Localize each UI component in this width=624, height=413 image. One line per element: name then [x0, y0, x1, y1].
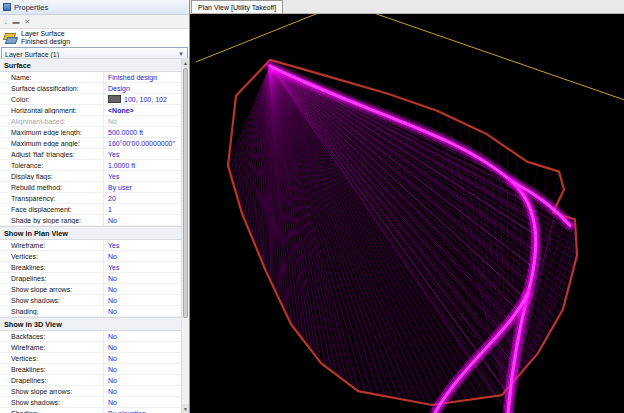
property-value-text: Yes — [108, 151, 119, 158]
property-value-text: Yes — [108, 173, 119, 180]
property-value[interactable]: Yes — [103, 240, 181, 250]
property-value-text: No — [108, 344, 117, 351]
property-row: Shading:By elevation — [0, 408, 181, 413]
property-value[interactable]: No — [103, 295, 181, 305]
close-icon[interactable]: ✕ — [25, 18, 31, 25]
property-value-text: 500.0000 ft — [108, 129, 143, 136]
property-row: Breaklines:No — [0, 364, 181, 375]
property-label: Tolerance: — [0, 162, 103, 169]
property-value[interactable]: No — [103, 397, 181, 407]
property-value-text: No — [108, 399, 117, 406]
property-value[interactable]: 1 — [103, 204, 181, 214]
property-label: Show slope arrows: — [0, 388, 103, 395]
property-label: Show slope arrows: — [0, 286, 103, 293]
property-row: Rebuild method:By user — [0, 182, 181, 193]
property-row: Wireframe:No — [0, 342, 181, 353]
property-row: Surface classification:Design — [0, 83, 181, 94]
property-value[interactable]: Design — [103, 83, 181, 93]
property-value[interactable]: No — [103, 386, 181, 396]
property-value[interactable]: <None> — [103, 105, 181, 115]
property-value[interactable]: By user — [103, 182, 181, 192]
property-value-text: Yes — [108, 264, 119, 271]
selection-name: Finished design — [21, 38, 70, 47]
scrollbar[interactable]: ▲ ▼ — [181, 58, 189, 413]
pin-icon[interactable]: ▬ — [13, 18, 20, 25]
plan-view-canvas[interactable] — [190, 14, 624, 413]
tab-plan-view[interactable]: Plan View [Utility Takeoff] — [191, 0, 283, 13]
property-label: Shading: — [0, 410, 103, 413]
property-value[interactable]: No — [103, 364, 181, 374]
property-value-text: No — [108, 308, 117, 315]
property-value-text: No — [108, 333, 117, 340]
property-label: Rebuild method: — [0, 184, 103, 191]
property-value[interactable]: No — [103, 353, 181, 363]
property-value[interactable]: 160°00'00.00000000" — [103, 138, 181, 148]
properties-panel: Properties ↓ ▬ ✕ Layer Surface Finished … — [0, 0, 190, 413]
property-value[interactable]: No — [103, 284, 181, 294]
property-label: Maximum edge angle: — [0, 140, 103, 147]
property-value-text: 20 — [108, 195, 116, 202]
property-value[interactable]: No — [103, 375, 181, 385]
scrollbar-thumb[interactable] — [183, 68, 188, 318]
property-value[interactable]: No — [103, 251, 181, 261]
cad-drawing — [190, 14, 624, 413]
property-row: Vertices:No — [0, 251, 181, 262]
property-row: Vertices:No — [0, 353, 181, 364]
property-value[interactable]: 20 — [103, 193, 181, 203]
color-swatch — [108, 95, 121, 103]
property-row: Show slope arrows:No — [0, 284, 181, 295]
property-label: Drapelines: — [0, 275, 103, 282]
property-value[interactable]: Yes — [103, 171, 181, 181]
property-row: Drapelines:No — [0, 375, 181, 386]
layer-surface-icon — [3, 33, 17, 44]
dock-arrow-icon[interactable]: ↓ — [4, 18, 8, 25]
section-header[interactable]: Surface — [0, 58, 181, 72]
property-value[interactable]: By elevation — [103, 408, 181, 413]
property-label: Alignment-based: — [0, 118, 103, 125]
property-label: Vertices: — [0, 355, 103, 362]
scroll-up-arrow-icon[interactable]: ▲ — [182, 58, 189, 67]
property-label: Backfaces: — [0, 333, 103, 340]
property-value[interactable]: No — [103, 273, 181, 283]
property-label: Color: — [0, 96, 103, 103]
section-header[interactable]: Show in 3D View — [0, 317, 181, 331]
property-value-text: 160°00'00.00000000" — [108, 140, 175, 147]
property-value[interactable]: No — [103, 342, 181, 352]
property-value[interactable]: No — [103, 331, 181, 341]
property-value-text: Yes — [108, 242, 119, 249]
property-label: Wireframe: — [0, 242, 103, 249]
property-row: Maximum edge angle:160°00'00.00000000" — [0, 138, 181, 149]
property-label: Adjust 'flat' triangles: — [0, 151, 103, 158]
property-value-text: No — [108, 118, 117, 125]
property-label: Face displacement: — [0, 206, 103, 213]
property-label: Breaklines: — [0, 366, 103, 373]
scroll-down-arrow-icon[interactable]: ▼ — [182, 404, 189, 413]
property-grid: SurfaceName:Finished designSurface class… — [0, 58, 181, 413]
property-value-text: <None> — [108, 107, 134, 114]
property-value[interactable]: 1.0000 ft — [103, 160, 181, 170]
property-row: Display flags:Yes — [0, 171, 181, 182]
property-value-text: No — [108, 366, 117, 373]
property-value[interactable]: Yes — [103, 149, 181, 159]
property-value[interactable]: Finished design — [103, 72, 181, 82]
property-value[interactable]: No — [103, 215, 181, 225]
property-label: Transparency: — [0, 195, 103, 202]
property-value[interactable]: No — [103, 306, 181, 316]
panel-title-text: Properties — [14, 3, 48, 12]
property-row: Shading:No — [0, 306, 181, 317]
property-row: Horizontal alignment:<None> — [0, 105, 181, 116]
property-value-text: No — [108, 253, 117, 260]
property-label: Shade by slope range: — [0, 217, 103, 224]
selection-summary: Layer Surface Finished design — [21, 30, 70, 47]
section-header[interactable]: Show in Plan View — [0, 226, 181, 240]
property-value[interactable]: 500.0000 ft — [103, 127, 181, 137]
property-value-text: No — [108, 388, 117, 395]
property-value[interactable]: 100, 100, 102 — [103, 94, 181, 104]
property-row: Shade by slope range:No — [0, 215, 181, 226]
properties-title-bar[interactable]: Properties — [0, 0, 189, 15]
property-value[interactable]: No — [103, 116, 181, 126]
property-row: Face displacement:1 — [0, 204, 181, 215]
property-value[interactable]: Yes — [103, 262, 181, 272]
property-value-text: Finished design — [108, 74, 157, 81]
property-value-text: No — [108, 286, 117, 293]
